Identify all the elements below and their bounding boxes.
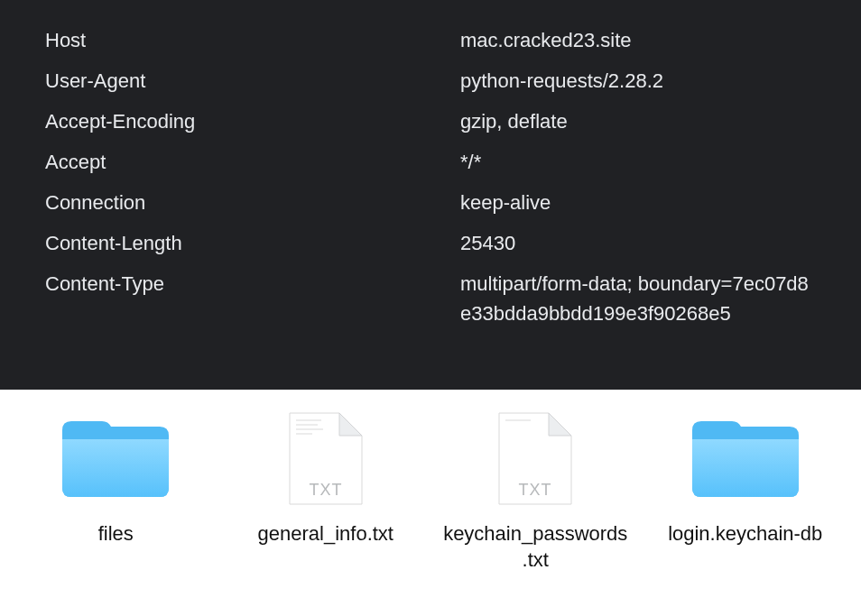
file-label: general_info.txt: [258, 521, 393, 547]
header-row: Host mac.cracked23.site: [45, 25, 816, 55]
header-key: User-Agent: [45, 66, 460, 96]
file-item-files[interactable]: files: [14, 409, 218, 547]
header-value: gzip, deflate: [460, 106, 816, 136]
file-label: login.keychain-db: [668, 521, 822, 547]
header-row: Content-Type multipart/form-data; bounda…: [45, 269, 816, 328]
header-key: Accept: [45, 147, 460, 177]
header-value: 25430: [460, 228, 816, 258]
txt-badge: TXT: [309, 481, 342, 499]
file-label: keychain_passwords.txt: [440, 521, 630, 573]
files-panel: files TXT general_info.txt: [0, 390, 861, 616]
file-label: files: [98, 521, 134, 547]
header-value: multipart/form-data; boundary=7ec07d8e33…: [460, 269, 816, 328]
header-row: User-Agent python-requests/2.28.2: [45, 66, 816, 96]
header-value: mac.cracked23.site: [460, 25, 816, 55]
header-key: Content-Type: [45, 269, 460, 299]
header-key: Host: [45, 25, 460, 55]
folder-icon: [687, 409, 804, 509]
header-key: Connection: [45, 188, 460, 217]
header-value: python-requests/2.28.2: [460, 66, 816, 96]
file-item-keychain-passwords[interactable]: TXT keychain_passwords.txt: [434, 409, 637, 573]
file-item-general-info[interactable]: TXT general_info.txt: [224, 409, 427, 547]
txt-file-icon: TXT: [477, 409, 594, 509]
header-row: Content-Length 25430: [45, 228, 816, 258]
http-headers-panel: Host mac.cracked23.site User-Agent pytho…: [0, 0, 861, 390]
header-value: */*: [460, 147, 816, 177]
header-row: Accept-Encoding gzip, deflate: [45, 106, 816, 136]
folder-icon: [57, 409, 174, 509]
file-item-login-keychain-db[interactable]: login.keychain-db: [643, 409, 847, 547]
txt-file-icon: TXT: [267, 409, 384, 509]
header-row: Accept */*: [45, 147, 816, 177]
header-key: Accept-Encoding: [45, 106, 460, 136]
header-key: Content-Length: [45, 228, 460, 258]
header-row: Connection keep-alive: [45, 188, 816, 217]
txt-badge: TXT: [519, 481, 552, 499]
header-value: keep-alive: [460, 188, 816, 217]
